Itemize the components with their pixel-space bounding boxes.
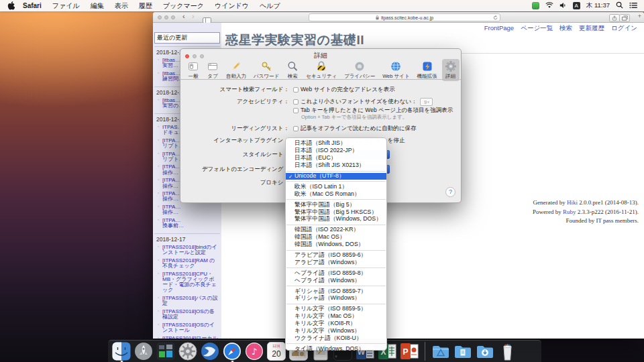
prefs-tab-websites[interactable]: Web サイト xyxy=(380,59,412,81)
dock-thunderbird-icon[interactable] xyxy=(201,342,219,361)
wiki-nav-link[interactable]: ログイン xyxy=(611,24,637,33)
dock-itunes-icon[interactable]: ♪ xyxy=(245,342,264,361)
input-source-icon[interactable]: A xyxy=(573,2,580,9)
dock-downloads-folder-icon[interactable] xyxy=(476,342,494,361)
encoding-option[interactable]: 欧米（Mac OS Roman） xyxy=(286,190,386,198)
menubar-menu[interactable]: ウインドウ xyxy=(209,2,254,9)
encoding-option[interactable]: 繁体字中国語（Big 5 HKSCS） xyxy=(286,208,386,216)
menubar-menu[interactable]: ヘルプ xyxy=(254,2,286,9)
menubar-menu[interactable]: Safari xyxy=(17,2,47,9)
encoding-option-label: ギリシャ語（Windows） xyxy=(294,294,360,302)
prefs-tab-general[interactable]: 一般 xyxy=(184,59,202,81)
new-tab-button[interactable]: + xyxy=(638,13,641,19)
recent-update-link[interactable]: [ITPA… 換事前… xyxy=(162,218,219,229)
menu-scroll-down-arrow[interactable]: ▼ xyxy=(286,354,386,359)
tab-overview-button[interactable] xyxy=(619,14,630,22)
wiki-nav-link[interactable]: 更新履歴 xyxy=(579,24,604,33)
encoding-option[interactable]: キリル文字（KOI8-R） xyxy=(286,320,386,328)
menu-bar: Safariファイル編集表示履歴ブックマークウインドウヘルプ A 木 11:37 xyxy=(0,0,644,11)
recent-update-link[interactable]: [ITPASS2018]バスの設定 xyxy=(162,296,219,306)
recent-update-link[interactable]: [ITPASS2018]CPU・MB・グラフィックボード・電源の不良チェック xyxy=(162,272,219,294)
encoding-option[interactable]: 韓国語（Mac OS） xyxy=(286,234,386,241)
encoding-option[interactable]: ヘブライ語（Windows） xyxy=(286,277,386,284)
encoding-option[interactable]: タイ語（Windows, DOS） xyxy=(286,345,386,353)
encoding-option[interactable]: 繁体字中国語（Big 5） xyxy=(286,201,386,208)
minimize-button[interactable] xyxy=(164,15,168,19)
address-bar[interactable]: itpass.scitec.kobe-u.ac.jp xyxy=(309,13,500,21)
prefs-tab-tabs[interactable]: タブ xyxy=(204,59,221,81)
status-app-icon[interactable] xyxy=(532,2,539,9)
prefs-tab-search[interactable]: 検索 xyxy=(284,59,301,81)
share-button[interactable] xyxy=(609,14,620,22)
volume-icon[interactable] xyxy=(559,2,567,10)
recent-update-link[interactable]: [ITPASS2018]OSの各種設定 xyxy=(162,309,219,320)
prefs-tab-autofill[interactable]: 自動入力 xyxy=(223,59,249,81)
encoding-option[interactable]: キリル文字（ISO 8859-5） xyxy=(286,306,386,313)
prefs-tab-privacy[interactable]: プライバシー xyxy=(341,59,378,81)
dock-applications-folder-icon[interactable] xyxy=(431,342,450,361)
dock-finder-icon[interactable] xyxy=(112,342,131,361)
help-button[interactable]: ? xyxy=(445,187,455,197)
encoding-option[interactable]: 日本語（Shift JIS X0213） xyxy=(286,162,386,170)
wiki-nav-link[interactable]: ページ一覧 xyxy=(521,24,553,33)
wiki-nav-link[interactable]: FrontPage xyxy=(484,24,514,33)
dock-documents-folder-icon[interactable] xyxy=(453,342,472,361)
recent-update-link[interactable]: [ITPA… 操作… xyxy=(162,204,219,215)
encoding-option[interactable]: アラビア語（Windows） xyxy=(286,259,386,266)
encoding-option[interactable]: ギリシャ語（Windows） xyxy=(286,295,386,302)
dock-launchpad-icon[interactable] xyxy=(134,342,153,361)
checkbox[interactable] xyxy=(293,126,299,131)
pref-option-note: Option + Tab キーで各項目を強調表示します。 xyxy=(301,114,407,121)
checkbox[interactable] xyxy=(293,99,299,105)
encoding-option[interactable]: ヘブライ語（ISO 8859-8） xyxy=(286,269,386,277)
prefs-tab-security[interactable]: セキュリティ xyxy=(303,59,339,81)
spotlight-icon[interactable] xyxy=(616,1,623,10)
notification-center-icon[interactable] xyxy=(629,2,637,10)
encoding-option[interactable]: キリル文字（Windows） xyxy=(286,328,386,335)
apple-menu-icon[interactable] xyxy=(7,1,15,10)
menubar-menu[interactable]: 表示 xyxy=(109,2,133,9)
recent-update-link[interactable]: [ITPASS2018]OSのインストール xyxy=(162,322,219,333)
reload-icon[interactable] xyxy=(493,15,498,21)
dock-calendar-icon[interactable]: 12月20 xyxy=(267,342,286,361)
encoding-option[interactable]: キリル文字（Mac OS） xyxy=(286,313,386,320)
menubar-menu[interactable]: 編集 xyxy=(85,2,109,9)
menubar-menu[interactable]: 履歴 xyxy=(133,2,158,9)
wiki-nav-link[interactable]: 検索 xyxy=(559,24,572,33)
encoding-option[interactable]: 日本語（EUC） xyxy=(286,155,386,162)
dock-mission-control-icon[interactable] xyxy=(156,342,175,361)
encoding-option[interactable]: 日本語（ISO 2022-JP） xyxy=(286,147,386,155)
dock-safari-icon[interactable] xyxy=(223,342,241,361)
footer-link[interactable]: Hiki xyxy=(567,199,578,206)
dock-system-preferences-icon[interactable] xyxy=(178,342,197,361)
encoding-option[interactable]: ウクライナ語（KOI8-U） xyxy=(286,335,386,342)
prefs-tab-passwords[interactable]: パスワード xyxy=(251,59,282,81)
dock-trash-icon[interactable] xyxy=(498,342,517,361)
encoding-option[interactable]: 日本語（Shift JIS） xyxy=(286,140,386,147)
dock-powerpoint-icon[interactable]: P xyxy=(400,342,419,361)
prefs-tab-advanced[interactable]: 詳細 xyxy=(442,59,460,81)
encoding-option[interactable]: ✓Unicode（UTF-8） xyxy=(286,173,386,180)
encoding-option[interactable]: 繁体字中国語（Windows, DOS） xyxy=(286,216,386,223)
font-size-select[interactable]: 9▾ xyxy=(420,98,433,106)
recent-update-link[interactable]: [ITPASS2018]ローカルでのバックアップの設定 xyxy=(162,336,219,339)
encoding-option[interactable]: 韓国語（Windows, DOS） xyxy=(286,241,386,249)
close-button[interactable] xyxy=(158,15,162,19)
forward-button[interactable]: › xyxy=(192,11,195,21)
menubar-menu[interactable]: ブックマーク xyxy=(158,2,209,9)
back-button[interactable]: ‹ xyxy=(182,11,185,21)
footer-link[interactable]: Ruby xyxy=(563,208,576,215)
encoding-option[interactable]: 韓国語（ISO 2022-KR） xyxy=(286,227,386,234)
wifi-icon[interactable] xyxy=(545,2,553,10)
menubar-menu[interactable]: ファイル xyxy=(47,2,85,9)
recent-update-link[interactable]: [ITPASS2018]RAM の不良チェック xyxy=(162,258,219,269)
encoding-option[interactable]: 欧米（ISO Latin 1） xyxy=(286,183,386,190)
checkbox[interactable] xyxy=(293,87,299,93)
checkbox[interactable] xyxy=(293,108,299,113)
prefs-tab-extensions[interactable]: 機能拡張 xyxy=(415,59,440,81)
zoom-button[interactable] xyxy=(171,15,175,19)
encoding-option[interactable]: ギリシャ語（ISO 8859-7） xyxy=(286,288,386,295)
recent-update-link[interactable]: [ITPASS2018]bindのインストールと設定 xyxy=(162,245,219,255)
encoding-option[interactable]: アラビア語（ISO 8859-6） xyxy=(286,252,386,259)
menubar-clock[interactable]: 木 11:37 xyxy=(586,1,610,10)
